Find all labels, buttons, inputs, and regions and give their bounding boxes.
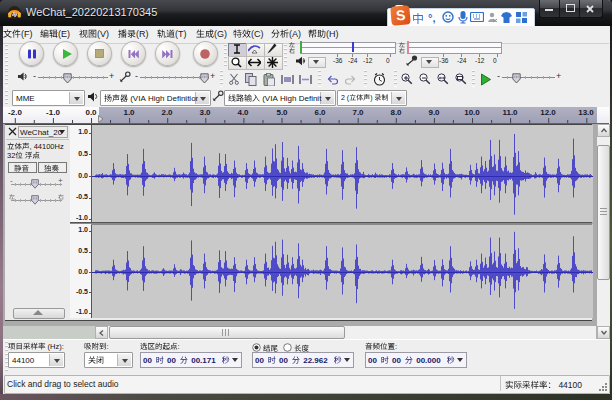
svg-text:(: ( <box>347 94 350 102</box>
svg-text:00: 00 <box>279 356 288 365</box>
svg-text:00: 00 <box>392 356 401 365</box>
svg-text:(G): (G) <box>214 29 227 39</box>
svg-text:(A): (A) <box>289 29 301 39</box>
svg-text:(VIA: (VIA <box>262 94 278 103</box>
svg-text:Definitior: Definitior <box>167 94 198 103</box>
svg-text:): ) <box>370 94 372 102</box>
svg-text:(Hz):: (Hz): <box>48 342 64 351</box>
svg-text:00: 00 <box>368 356 377 365</box>
svg-text:High: High <box>280 94 296 103</box>
svg-text:(E): (E) <box>58 29 70 39</box>
svg-text::: : <box>107 342 109 351</box>
svg-text:(VIA: (VIA <box>130 94 146 103</box>
svg-text:(C): (C) <box>251 29 264 39</box>
svg-text:00.000: 00.000 <box>416 356 441 365</box>
svg-text::: : <box>178 342 180 351</box>
svg-text::: : <box>395 342 397 351</box>
svg-text:00: 00 <box>143 356 152 365</box>
svg-text:MME: MME <box>16 94 35 103</box>
svg-text:00: 00 <box>167 356 176 365</box>
svg-text:22.962: 22.962 <box>303 356 328 365</box>
svg-text:00.171: 00.171 <box>191 356 216 365</box>
svg-text:(V): (V) <box>97 29 109 39</box>
svg-text:(H): (H) <box>326 29 339 39</box>
svg-text:32: 32 <box>7 151 15 160</box>
svg-text:(T): (T) <box>175 29 187 39</box>
svg-text:High: High <box>148 94 164 103</box>
svg-text:Definit: Definit <box>299 94 322 103</box>
svg-text:44100: 44100 <box>558 380 582 390</box>
svg-text:(F): (F) <box>21 29 33 39</box>
svg-text:00: 00 <box>255 356 264 365</box>
svg-text:(R): (R) <box>136 29 149 39</box>
svg-text:44100: 44100 <box>12 356 35 365</box>
svg-text:2: 2 <box>341 94 345 101</box>
